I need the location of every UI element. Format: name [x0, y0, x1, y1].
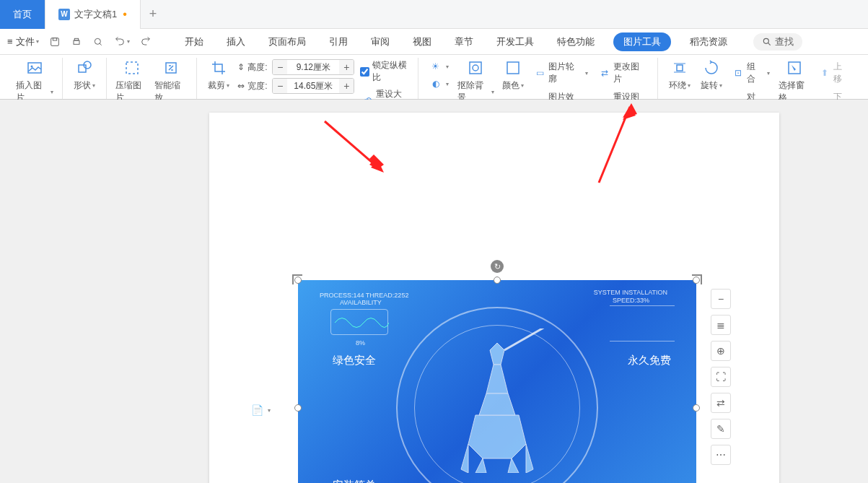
- width-input[interactable]: [287, 79, 339, 93]
- svg-line-5: [100, 43, 102, 45]
- print-preview-icon[interactable]: [92, 36, 104, 48]
- svg-rect-17: [677, 65, 683, 71]
- side-collapse-button[interactable]: −: [711, 289, 731, 309]
- side-crop-button[interactable]: ⛶: [711, 367, 731, 387]
- tab-document[interactable]: W 文字文稿1 •: [45, 0, 141, 29]
- width-label: 宽度:: [247, 80, 269, 92]
- tab-start[interactable]: 开始: [180, 31, 208, 53]
- side-zoom-button[interactable]: ⊕: [711, 341, 731, 361]
- selected-image[interactable]: ↻ PROCESS:144 THREAD:2252 AVAILABILITY 8…: [298, 280, 696, 483]
- rotate-handle[interactable]: ↻: [491, 260, 504, 273]
- tab-dev-tools[interactable]: 开发工具: [492, 31, 538, 53]
- tab-page-layout[interactable]: 页面布局: [264, 31, 310, 53]
- tab-reference[interactable]: 引用: [325, 31, 352, 53]
- img-sys-install: SYSTEM INSTALLATION: [594, 289, 667, 296]
- change-pic-button[interactable]: ⇄更改图片: [597, 59, 649, 87]
- insert-picture-button[interactable]: 插入图片▾: [13, 58, 56, 105]
- image-side-tools: − ≣ ⊕ ⛶ ⇄ ✎ ⋯: [711, 289, 731, 465]
- side-edit-button[interactable]: ✎: [711, 419, 731, 439]
- group-button[interactable]: ⊡组合▾: [730, 59, 773, 87]
- tab-chapter[interactable]: 章节: [450, 31, 478, 53]
- quick-access-toolbar: ▾: [49, 36, 152, 48]
- svg-line-30: [325, 121, 379, 168]
- tab-resources[interactable]: 稻壳资源: [685, 31, 732, 53]
- height-stepper[interactable]: − +: [272, 59, 354, 75]
- rotate-button[interactable]: 旋转▾: [696, 58, 727, 93]
- anchor-icon: 📄: [251, 404, 263, 416]
- tab-special[interactable]: 特色功能: [553, 31, 599, 53]
- file-menu[interactable]: ≡ 文件 ▾: [7, 35, 39, 48]
- tab-picture-tools[interactable]: 图片工具: [613, 32, 671, 51]
- contrast-icon: ◐: [430, 78, 442, 90]
- svg-marker-22: [486, 365, 508, 393]
- img-process-text: PROCESS:144 THREAD:2252: [320, 292, 408, 299]
- width-minus[interactable]: −: [273, 79, 287, 93]
- side-more-button[interactable]: ⋯: [711, 445, 731, 465]
- tab-view[interactable]: 视图: [408, 31, 436, 53]
- side-layout-button[interactable]: ≣: [711, 315, 731, 335]
- move-up-button[interactable]: ⬆上移: [817, 59, 852, 87]
- knight-illustration: [432, 328, 562, 473]
- img-label-2: 永久免费: [628, 354, 671, 367]
- print-icon[interactable]: [71, 36, 82, 48]
- height-label: 高度:: [247, 61, 269, 74]
- resize-handle-l[interactable]: [294, 404, 302, 412]
- outline-button[interactable]: ▭图片轮廓▾: [532, 59, 591, 87]
- crop-button[interactable]: 裁剪▾: [203, 58, 234, 93]
- image-content: PROCESS:144 THREAD:2252 AVAILABILITY 8% …: [298, 280, 696, 483]
- file-label: 文件: [16, 35, 35, 48]
- remove-bg-button[interactable]: 抠除背景▾: [455, 58, 497, 105]
- anchor-indicator[interactable]: 📄▾: [251, 404, 271, 416]
- svg-marker-23: [468, 415, 526, 458]
- svg-rect-2: [74, 40, 79, 44]
- document-tabs: 首页 W 文字文稿1 • +: [0, 0, 868, 29]
- resize-handle-t[interactable]: [494, 277, 501, 284]
- svg-line-7: [768, 43, 771, 45]
- save-icon[interactable]: [49, 36, 61, 48]
- svg-point-9: [30, 66, 32, 68]
- menu-bar: ≡ 文件 ▾ ▾ 开始 插入 页面布局 引用 审阅 视图 章节 开发工具 特色功…: [0, 29, 868, 55]
- height-input[interactable]: [287, 60, 339, 74]
- svg-rect-3: [74, 38, 78, 40]
- redo-icon[interactable]: [140, 36, 152, 48]
- shape-button[interactable]: 形状▾: [69, 58, 100, 93]
- height-plus[interactable]: +: [339, 60, 354, 74]
- compress-icon: [123, 59, 141, 77]
- img-label-3: 安装简单: [333, 479, 376, 483]
- undo-icon[interactable]: ▾: [114, 36, 130, 48]
- color-button[interactable]: 颜色▾: [497, 58, 529, 93]
- add-tab-button[interactable]: +: [141, 0, 166, 29]
- compress-button[interactable]: 压缩图片: [113, 58, 152, 105]
- search-button[interactable]: 查找: [753, 33, 802, 51]
- selection-pane-button[interactable]: 选择窗格: [776, 58, 814, 105]
- img-graph-box: [330, 309, 388, 335]
- resize-handle-r[interactable]: [693, 404, 700, 412]
- lock-ratio-checkbox[interactable]: 锁定纵横比: [360, 59, 408, 84]
- shape-icon: [76, 59, 93, 77]
- group-icon: ⊡: [733, 67, 744, 79]
- svg-rect-0: [51, 38, 58, 45]
- smart-scale-button[interactable]: 智能缩放: [152, 58, 190, 105]
- width-plus[interactable]: +: [339, 79, 354, 93]
- svg-marker-29: [508, 458, 519, 473]
- tab-doc-label: 文字文稿1: [74, 8, 117, 21]
- contrast-button[interactable]: ◐▾: [427, 77, 452, 91]
- svg-rect-12: [126, 62, 138, 74]
- svg-marker-24: [479, 393, 515, 415]
- img-speed: SPEED:33%: [613, 297, 649, 304]
- height-minus[interactable]: −: [273, 60, 287, 74]
- chevron-down-icon: ▾: [36, 38, 39, 45]
- tab-review[interactable]: 审阅: [367, 31, 394, 53]
- svg-rect-16: [507, 62, 519, 74]
- rotate-icon: [703, 59, 720, 77]
- resize-handle-tl[interactable]: [294, 277, 302, 284]
- width-stepper[interactable]: − +: [272, 78, 354, 94]
- resize-handle-tr[interactable]: [693, 277, 700, 284]
- tab-insert[interactable]: 插入: [222, 31, 250, 53]
- color-icon: [504, 59, 522, 77]
- side-replace-button[interactable]: ⇄: [711, 393, 731, 413]
- wrap-button[interactable]: 环绕▾: [664, 58, 696, 93]
- tab-home[interactable]: 首页: [0, 0, 45, 29]
- brightness-button[interactable]: ☀▾: [427, 59, 452, 74]
- up-icon: ⬆: [820, 67, 830, 79]
